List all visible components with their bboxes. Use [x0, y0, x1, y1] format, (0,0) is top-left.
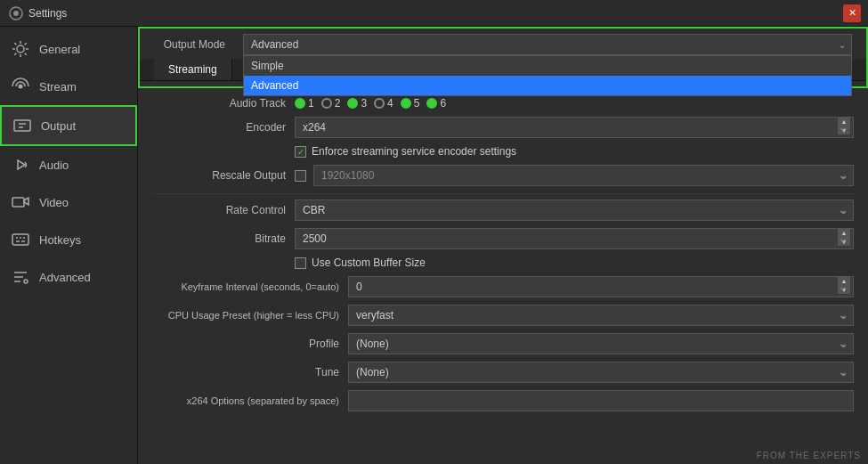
audio-track-6[interactable]: 6 [426, 97, 446, 110]
sidebar-item-hotkeys[interactable]: Hotkeys [0, 221, 137, 258]
output-mode-dropdown-container: Advanced ⌄ Simple Advanced [243, 34, 852, 55]
cpu-select[interactable]: veryfast [348, 305, 854, 326]
custom-buffer-checkbox[interactable] [295, 257, 306, 269]
rate-control-select[interactable]: CBR [295, 199, 854, 221]
svg-point-2 [17, 45, 24, 53]
sidebar-item-general[interactable]: General [0, 30, 137, 68]
output-icon [12, 116, 32, 135]
hotkeys-icon [11, 230, 30, 249]
encoder-spinner: ▲ ▼ [838, 117, 854, 138]
sidebar-item-audio[interactable]: Audio [0, 146, 137, 183]
audio-track-row: Audio Track 1 2 3 [152, 97, 854, 110]
tune-select[interactable]: (None) [348, 362, 854, 383]
output-mode-value: Advanced [251, 38, 298, 51]
sidebar-item-advanced[interactable]: Advanced [0, 258, 137, 296]
x264-input[interactable] [348, 390, 854, 411]
profile-select-wrapper: (None) ⌄ [348, 333, 854, 354]
bitrate-up-btn[interactable]: ▲ [838, 228, 850, 237]
app-icon [9, 6, 23, 20]
keyframe-wrapper: ▲ ▼ [348, 276, 854, 297]
audio-track-3[interactable]: 3 [347, 97, 367, 110]
main-layout: General Stream Output [0, 27, 868, 464]
bitrate-row: Bitrate ▲ ▼ [152, 228, 854, 249]
enforce-checkbox-row: Enforce streaming service encoder settin… [295, 145, 516, 158]
tune-label: Tune [152, 366, 348, 379]
radio-2-label: 2 [335, 97, 341, 110]
dropdown-option-simple[interactable]: Simple [244, 56, 851, 76]
bitrate-down-btn[interactable]: ▼ [838, 237, 850, 246]
encoder-down-btn[interactable]: ▼ [838, 126, 850, 134]
audio-track-label: Audio Track [152, 97, 295, 110]
enforce-label: Enforce streaming service encoder settin… [312, 145, 516, 158]
audio-track-2[interactable]: 2 [321, 97, 341, 110]
sidebar-item-output-label: Output [41, 119, 76, 133]
sidebar-item-video[interactable]: Video [0, 183, 137, 221]
radio-1-label: 1 [308, 97, 314, 110]
rate-control-value: CBR [303, 204, 325, 216]
rate-control-row: Rate Control CBR ⌄ [152, 199, 854, 221]
output-mode-menu: Simple Advanced [243, 55, 852, 96]
bitrate-label: Bitrate [152, 232, 295, 245]
advanced-icon [11, 267, 30, 287]
stream-icon [11, 77, 30, 96]
watermark: FROM THE EXPERTS [757, 451, 861, 460]
keyframe-down-btn[interactable]: ▼ [838, 285, 850, 294]
sidebar-item-stream[interactable]: Stream [0, 68, 137, 105]
profile-arrow-icon: ⌄ [840, 338, 848, 350]
rate-control-arrow-icon: ⌄ [840, 204, 848, 216]
output-mode-dropdown[interactable]: Advanced ⌄ [243, 34, 852, 55]
tune-value: (None) [356, 366, 389, 379]
profile-label: Profile [152, 338, 348, 350]
rescale-checkbox[interactable] [295, 170, 306, 182]
bitrate-wrapper: ▲ ▼ [295, 228, 854, 249]
enforce-checkbox[interactable] [295, 146, 306, 158]
gear-icon [11, 39, 30, 59]
svg-point-7 [24, 280, 28, 283]
cpu-select-wrapper: veryfast ⌄ [348, 305, 854, 326]
sidebar-item-hotkeys-label: Hotkeys [39, 233, 81, 247]
custom-buffer-checkbox-row: Use Custom Buffer Size [295, 256, 426, 269]
sidebar-item-stream-label: Stream [39, 80, 77, 94]
sidebar-item-general-label: General [39, 43, 80, 56]
rescale-controls: 1920x1080 ⌄ [295, 165, 854, 186]
x264-wrapper [348, 390, 854, 411]
output-mode-label: Output Mode [154, 38, 234, 51]
title-bar-text: Settings [28, 7, 67, 20]
custom-buffer-row: Use Custom Buffer Size [152, 256, 854, 269]
cpu-value: veryfast [356, 309, 393, 322]
profile-select[interactable]: (None) [348, 333, 854, 354]
cpu-label: CPU Usage Preset (higher = less CPU) [152, 310, 348, 321]
encoder-row: Encoder x264 ▲ ▼ [152, 117, 854, 138]
title-bar: Settings ✕ [0, 0, 868, 27]
x264-label: x264 Options (separated by space) [152, 395, 348, 406]
dropdown-option-advanced[interactable]: Advanced [244, 76, 851, 95]
tab-streaming[interactable]: Streaming [154, 59, 232, 80]
encoder-value: x264 [303, 121, 326, 134]
radio-4-dot [374, 98, 385, 109]
sidebar-item-video-label: Video [39, 196, 69, 209]
encoder-up-btn[interactable]: ▲ [838, 117, 850, 126]
radio-5-label: 5 [414, 97, 420, 110]
profile-value: (None) [356, 338, 389, 350]
rate-control-label: Rate Control [152, 204, 295, 216]
audio-track-5[interactable]: 5 [401, 97, 420, 110]
keyframe-input[interactable] [348, 276, 854, 297]
keyframe-spinner: ▲ ▼ [838, 276, 854, 297]
sidebar-item-output[interactable]: Output [0, 105, 137, 146]
tune-select-wrapper: (None) ⌄ [348, 362, 854, 383]
encoder-select[interactable]: x264 [295, 117, 854, 138]
audio-track-4[interactable]: 4 [374, 97, 393, 110]
rescale-arrow-icon: ⌄ [840, 169, 848, 182]
settings-content[interactable]: Audio Track 1 2 3 [138, 88, 868, 464]
bitrate-input[interactable] [295, 228, 854, 249]
keyframe-label: Keyframe Interval (seconds, 0=auto) [152, 281, 348, 292]
keyframe-up-btn[interactable]: ▲ [838, 276, 850, 285]
radio-4-label: 4 [387, 97, 393, 110]
bitrate-spinner: ▲ ▼ [838, 228, 854, 249]
divider [152, 193, 854, 194]
audio-track-1[interactable]: 1 [295, 97, 314, 110]
rescale-select[interactable]: 1920x1080 [313, 165, 854, 186]
close-button[interactable]: ✕ [843, 4, 861, 22]
dropdown-arrow-icon: ⌄ [839, 40, 846, 50]
keyframe-row: Keyframe Interval (seconds, 0=auto) ▲ ▼ [152, 276, 854, 297]
